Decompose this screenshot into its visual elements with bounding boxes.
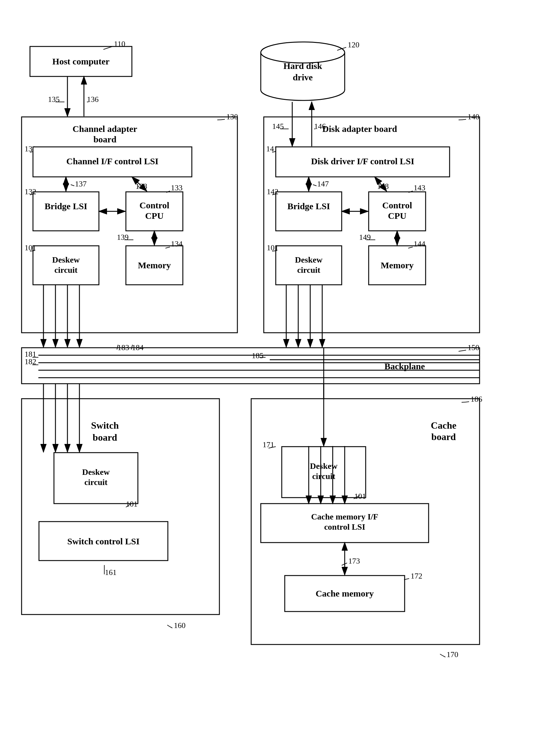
svg-text:144: 144	[414, 240, 425, 248]
svg-text:149: 149	[359, 233, 371, 242]
svg-text:145: 145	[272, 122, 284, 131]
svg-text:110: 110	[114, 40, 125, 48]
svg-rect-60	[22, 399, 219, 615]
svg-text:CPU: CPU	[388, 211, 407, 220]
svg-text:133: 133	[171, 183, 182, 192]
svg-text:171: 171	[263, 440, 274, 449]
svg-text:drive: drive	[293, 72, 313, 82]
svg-text:185: 185	[252, 351, 264, 360]
svg-rect-26	[126, 192, 183, 231]
svg-rect-68	[39, 522, 168, 560]
svg-text:board: board	[93, 432, 117, 443]
svg-text:183: 183	[117, 343, 129, 352]
svg-rect-57	[22, 348, 480, 384]
svg-text:Hard disk: Hard disk	[283, 61, 322, 71]
svg-text:101: 101	[267, 243, 278, 252]
svg-text:130: 130	[226, 112, 238, 121]
svg-text:Channel adapter: Channel adapter	[73, 124, 137, 134]
svg-text:circuit: circuit	[84, 478, 108, 487]
svg-text:circuit: circuit	[297, 265, 320, 275]
svg-text:132: 132	[25, 187, 36, 196]
svg-text:134: 134	[171, 240, 182, 248]
svg-text:173: 173	[348, 557, 360, 565]
svg-text:Control: Control	[382, 200, 412, 210]
svg-rect-54	[369, 246, 426, 285]
svg-text:120: 120	[348, 40, 359, 49]
svg-line-105	[375, 177, 387, 191]
svg-text:circuit: circuit	[312, 472, 336, 481]
svg-rect-5	[30, 46, 132, 76]
svg-text:141: 141	[266, 144, 278, 153]
svg-text:150: 150	[467, 343, 479, 352]
svg-rect-80	[261, 504, 429, 543]
svg-text:Memory: Memory	[138, 260, 171, 270]
svg-text:Channel I/F control LSI: Channel I/F control LSI	[66, 156, 159, 166]
svg-text:board: board	[94, 134, 116, 144]
svg-text:138: 138	[136, 182, 147, 191]
svg-rect-30	[33, 246, 99, 285]
svg-text:136: 136	[87, 95, 99, 104]
svg-text:142: 142	[267, 187, 278, 196]
svg-text:circuit: circuit	[54, 265, 78, 275]
svg-text:147: 147	[317, 179, 329, 188]
svg-rect-76	[282, 447, 366, 497]
svg-text:Switch: Switch	[91, 420, 119, 431]
svg-text:101: 101	[354, 492, 366, 501]
svg-text:170: 170	[447, 650, 458, 659]
svg-text:146: 146	[314, 122, 326, 131]
svg-text:Deskew: Deskew	[310, 461, 338, 471]
svg-rect-64	[54, 453, 138, 504]
svg-text:161: 161	[105, 568, 116, 577]
svg-point-12	[261, 42, 345, 63]
svg-rect-71	[251, 399, 480, 645]
svg-rect-41	[276, 147, 450, 177]
svg-text:137: 137	[75, 179, 86, 188]
svg-line-98	[132, 177, 147, 191]
svg-text:181: 181	[25, 350, 36, 358]
svg-rect-16	[22, 117, 237, 333]
svg-text:control LSI: control LSI	[324, 522, 365, 531]
svg-text:Cache memory I/F: Cache memory I/F	[311, 512, 378, 521]
svg-point-8	[261, 79, 345, 100]
svg-text:Deskew: Deskew	[52, 255, 80, 264]
svg-rect-9	[261, 53, 345, 90]
svg-rect-23	[33, 192, 99, 231]
svg-text:Deskew: Deskew	[295, 255, 323, 264]
svg-rect-37	[264, 117, 480, 333]
svg-text:101: 101	[126, 500, 138, 508]
svg-text:160: 160	[174, 621, 185, 630]
svg-text:143: 143	[414, 183, 425, 192]
svg-rect-84	[285, 576, 405, 612]
svg-text:182: 182	[25, 357, 36, 366]
svg-text:148: 148	[377, 182, 389, 191]
svg-text:Deskew: Deskew	[82, 467, 110, 477]
svg-text:Disk driver I/F control LSI: Disk driver I/F control LSI	[311, 156, 414, 166]
svg-rect-46	[369, 192, 426, 231]
svg-text:Backplane: Backplane	[384, 361, 425, 371]
svg-text:140: 140	[467, 112, 479, 121]
diagram-svg: Host computer 110 Hard disk drive 120 Ch…	[0, 0, 556, 756]
svg-rect-21	[33, 147, 192, 177]
svg-text:Control: Control	[139, 200, 169, 210]
svg-text:CPU: CPU	[145, 211, 164, 220]
svg-rect-43	[276, 192, 342, 231]
svg-text:101: 101	[25, 243, 36, 252]
svg-text:Bridge LSI: Bridge LSI	[45, 201, 88, 211]
svg-text:172: 172	[411, 572, 422, 580]
svg-text:131: 131	[25, 144, 36, 153]
svg-text:Cache: Cache	[431, 420, 456, 431]
svg-rect-50	[276, 246, 342, 285]
svg-text:135: 135	[48, 95, 60, 104]
svg-text:Memory: Memory	[381, 260, 414, 270]
svg-text:Bridge LSI: Bridge LSI	[287, 201, 330, 211]
svg-text:Cache memory: Cache memory	[316, 588, 374, 598]
svg-text:Host computer: Host computer	[53, 56, 110, 66]
svg-text:186: 186	[471, 395, 482, 404]
svg-rect-34	[126, 246, 183, 285]
svg-text:139: 139	[117, 233, 129, 242]
svg-text:184: 184	[132, 343, 144, 352]
svg-text:board: board	[431, 432, 456, 442]
svg-text:Disk adapter board: Disk adapter board	[322, 124, 397, 134]
svg-text:Switch control LSI: Switch control LSI	[67, 536, 139, 546]
